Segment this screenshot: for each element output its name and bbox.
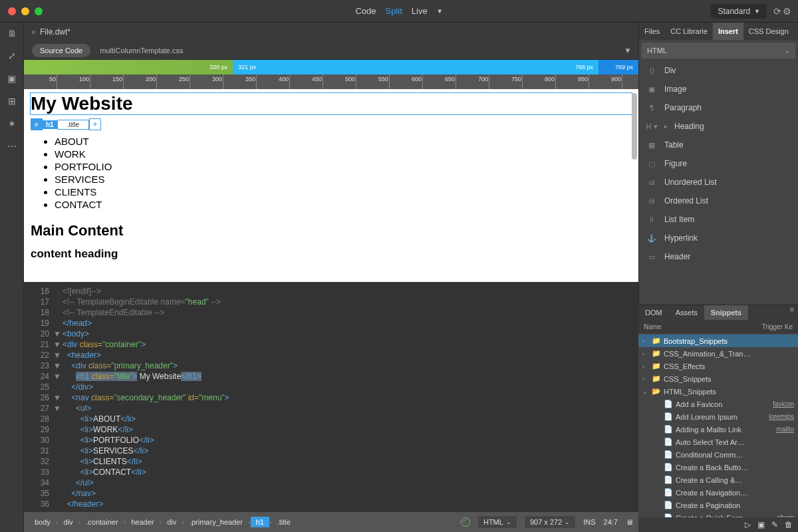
code-line[interactable]: 28 <li>ABOUT</li> <box>24 414 638 424</box>
insert-item[interactable]: ▢Figure <box>639 154 798 173</box>
source-code-button[interactable]: Source Code <box>32 44 90 57</box>
preview-h3[interactable]: content heading <box>31 247 632 261</box>
tab-assets[interactable]: Assets <box>669 305 704 320</box>
chip-classname[interactable]: .title <box>57 120 89 130</box>
new-snippet-icon[interactable]: ✎ <box>771 520 778 529</box>
tree-row[interactable]: 📄Conditional Comm… <box>638 448 798 461</box>
breadcrumb-item[interactable]: h1 <box>251 517 269 527</box>
code-line[interactable]: 20▼<body> <box>24 329 638 339</box>
tree-row[interactable]: 📄Add Loreum Ipsumloremips <box>638 410 798 423</box>
file-tab[interactable]: ✕ File.dwt* <box>24 23 77 41</box>
trash-icon[interactable]: 🗑 <box>785 520 793 529</box>
code-line[interactable]: 16<![endif]--> <box>24 286 638 297</box>
code-line[interactable]: 36 </header> <box>24 499 638 509</box>
tree-row[interactable]: 📄Create a Pagination <box>638 499 798 511</box>
tree-row[interactable]: 📄Create a Calling &… <box>638 473 798 486</box>
settings-icon[interactable]: ✶ <box>5 117 19 130</box>
preview-nav-item[interactable]: ABOUT <box>55 136 632 147</box>
insert-item[interactable]: ulUnordered List <box>639 173 798 192</box>
tab-insert[interactable]: Insert <box>713 23 743 40</box>
code-line[interactable]: 24▼ <h1 class="title"> My Website</h1> <box>24 371 638 382</box>
insert-item[interactable]: ▣Image <box>639 80 798 98</box>
insert-item[interactable]: ⟨⟩Div <box>639 61 798 80</box>
preview-nav-item[interactable]: SERVICES <box>55 174 632 185</box>
more-icon[interactable]: ⋯ <box>5 140 19 153</box>
filter-icon[interactable]: ▼ <box>624 46 632 55</box>
tab-files[interactable]: Files <box>639 23 665 40</box>
insert-item[interactable]: ¶Paragraph <box>639 98 798 117</box>
related-css-link[interactable]: multiColumnTemplate.css <box>100 47 183 55</box>
code-line[interactable]: 32 <li>CLIENTS</li> <box>24 456 638 467</box>
code-line[interactable]: 21▼<div class="container"> <box>24 339 638 350</box>
tree-row[interactable]: ⌄📂HTML_Snippets <box>638 385 798 398</box>
preview-nav-item[interactable]: CLIENTS <box>55 186 632 198</box>
breadcrumb-item[interactable]: .title <box>272 517 296 527</box>
live-preview-pane[interactable]: My Website ≡ h1 .title + ABOUT WORK PORT… <box>24 89 638 282</box>
code-line[interactable]: 34 </ul> <box>24 477 638 488</box>
tab-cc-libraries[interactable]: CC Librarie <box>665 23 713 40</box>
tree-row[interactable]: ›📁CSS_Animation_&_Tran… <box>638 347 798 360</box>
close-icon[interactable]: ✕ <box>31 29 36 36</box>
breadcrumb-item[interactable]: div <box>59 517 78 527</box>
code-line[interactable]: 22▼ <header> <box>24 350 638 360</box>
preview-h2[interactable]: Main Content <box>31 222 632 239</box>
tree-row[interactable]: 📄Create a Navigation… <box>638 486 798 499</box>
element-selector-chip[interactable]: ≡ h1 .title + <box>31 118 101 130</box>
chevron-down-icon[interactable]: ▼ <box>437 8 443 15</box>
tree-row[interactable]: ›📁Bootstrap_Snippets <box>638 334 798 347</box>
new-folder-icon[interactable]: ▣ <box>757 520 765 529</box>
tab-snippets[interactable]: Snippets <box>704 305 748 320</box>
code-line[interactable]: 25 </div> <box>24 382 638 392</box>
insert-category-dropdown[interactable]: HTML ⌄ <box>642 43 795 59</box>
code-line[interactable]: 29 <li>WORK</li> <box>24 424 638 435</box>
expand-icon[interactable]: ⤢ <box>5 49 19 63</box>
tab-dom[interactable]: DOM <box>638 305 669 320</box>
preview-h1-title[interactable]: My Website <box>31 93 632 114</box>
code-line[interactable]: 23▼ <div class="primary_header"> <box>24 360 638 371</box>
hamburger-icon[interactable]: ≡ <box>31 118 43 130</box>
panel-menu-icon[interactable]: ≡ <box>786 305 798 320</box>
tree-row[interactable]: ›📁CSS_Snippets <box>638 372 798 385</box>
scrollbar[interactable] <box>632 93 637 160</box>
code-line[interactable]: 33 <li>CONTACT</li> <box>24 467 638 477</box>
insert-item[interactable]: H ▾▸Heading <box>639 117 798 136</box>
breadcrumb-item[interactable]: div <box>162 517 182 527</box>
view-mode-code[interactable]: Code <box>355 6 376 16</box>
insert-item[interactable]: ⚓Hyperlink <box>639 229 798 247</box>
sync-icon[interactable]: ⟳ <box>773 6 781 17</box>
insert-item[interactable]: ▦Table <box>639 136 798 154</box>
file-icon[interactable]: 🗎 <box>5 27 19 40</box>
code-line[interactable]: 35 </nav> <box>24 488 638 499</box>
tree-row[interactable]: 📄Auto Select Text Ar… <box>638 436 798 448</box>
language-dropdown[interactable]: HTML⌄ <box>478 516 517 528</box>
breadcrumb-item[interactable]: header <box>126 517 159 527</box>
tree-row[interactable]: 📄Add a Faviconfavicon <box>638 398 798 410</box>
workspace-dropdown[interactable]: Standard ▼ <box>711 4 767 19</box>
breadcrumb-item[interactable]: body <box>29 517 56 527</box>
view-mode-live[interactable]: Live <box>412 6 428 16</box>
code-line[interactable]: 18<!-- TemplateEndEditable --> <box>24 307 638 318</box>
code-editor-pane[interactable]: 16<![endif]-->17<!-- TemplateBeginEditab… <box>24 282 638 512</box>
tree-row[interactable]: 📄Create a Back Butto… <box>638 461 798 473</box>
code-line[interactable]: 30 <li>PORTFOLIO</li> <box>24 435 638 446</box>
preview-nav-item[interactable]: CONTACT <box>55 199 632 210</box>
tree-row[interactable]: 📄Adding a Mailto Linkmailto <box>638 423 798 436</box>
code-line[interactable]: 31 <li>SERVICES</li> <box>24 446 638 456</box>
gear-icon[interactable]: ⚙ <box>783 6 791 17</box>
breakpoint-segment[interactable]: 321 px 768 px <box>233 60 598 74</box>
real-time-preview-icon[interactable]: 🖥 <box>626 518 633 526</box>
close-window-icon[interactable] <box>8 7 16 15</box>
insert-icon[interactable]: ▷ <box>745 520 751 529</box>
media-query-bar[interactable]: 320 px 321 px 768 px 769 px <box>24 60 638 74</box>
tree-row[interactable]: ›📁CSS_Effects <box>638 360 798 372</box>
insert-item[interactable]: liList Item <box>639 210 798 229</box>
breadcrumb-item[interactable]: .primary_header <box>184 517 248 527</box>
add-class-icon[interactable]: + <box>89 118 101 130</box>
code-line[interactable]: 17<!-- TemplateBeginEditable name="head"… <box>24 297 638 307</box>
code-line[interactable]: 19</head> <box>24 318 638 329</box>
tab-css-designer[interactable]: CSS Design <box>743 23 794 40</box>
zoom-window-icon[interactable] <box>35 7 43 15</box>
insert-item[interactable]: olOrdered List <box>639 192 798 210</box>
breakpoint-segment[interactable]: 769 px <box>598 60 638 74</box>
insert-item[interactable]: ▭Header <box>639 247 798 266</box>
